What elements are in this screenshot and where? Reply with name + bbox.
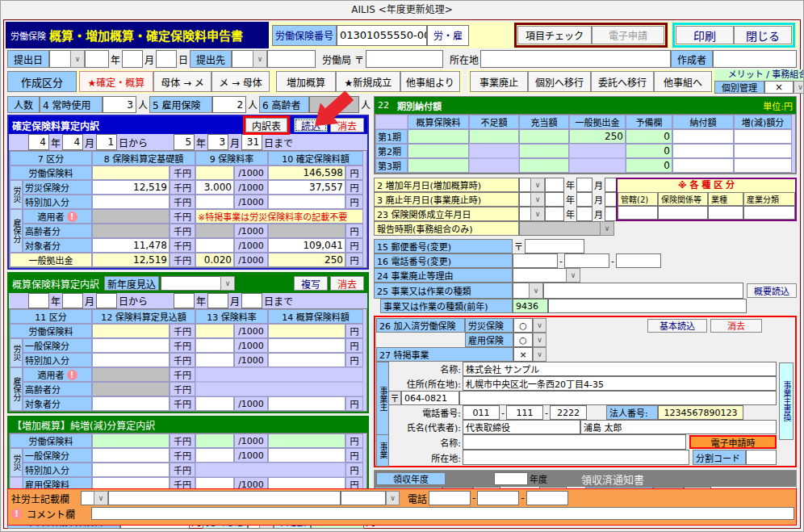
receipt-year-field[interactable] — [494, 472, 528, 485]
cell-field[interactable] — [408, 158, 469, 173]
dropdown-arrow-icon[interactable] — [386, 491, 400, 505]
employer-clear-button[interactable]: 消去 — [710, 319, 762, 333]
business-type-dropdown[interactable] — [513, 283, 543, 299]
koyou-dropdown[interactable] — [533, 333, 546, 347]
kubun-tajikumi-e-button[interactable]: 他事組へ — [654, 71, 712, 92]
cell-field[interactable] — [268, 448, 345, 463]
estimate-method-dropdown[interactable]: 前年と同額 — [161, 276, 235, 291]
dropdown-arrow-icon[interactable] — [530, 192, 545, 207]
owner-phone3[interactable]: 2222 — [550, 405, 587, 420]
uchiwake-detail-button[interactable]: 内訳表 — [245, 118, 287, 132]
owner-rep-title-field[interactable]: 代表取締役 — [463, 420, 580, 434]
special-listed-dropdown[interactable] — [533, 347, 546, 362]
cell-field[interactable] — [195, 396, 234, 411]
business-type-field[interactable] — [543, 283, 743, 299]
business-type-prev-code[interactable]: 9436 — [513, 299, 548, 313]
to-year-field[interactable]: 5 — [174, 134, 195, 150]
date-field[interactable] — [576, 192, 593, 207]
g-to-day-field[interactable] — [241, 293, 262, 308]
author-field[interactable] — [713, 50, 797, 68]
owner-phone2[interactable]: 111 — [506, 405, 543, 420]
increase-era-dropdown[interactable] — [519, 178, 545, 192]
dropdown-arrow-icon[interactable] — [220, 276, 235, 291]
cell-field[interactable] — [672, 144, 734, 158]
cell-field[interactable] — [672, 158, 734, 173]
kobetsu-kanri-value[interactable]: × — [764, 81, 794, 94]
from-day-field[interactable]: 1 — [96, 134, 117, 150]
cell-field[interactable] — [92, 338, 170, 353]
cell-field[interactable] — [92, 434, 170, 448]
g-from-month-field[interactable] — [62, 293, 83, 308]
date-field[interactable] — [545, 178, 564, 192]
cell-field[interactable] — [92, 324, 170, 338]
cell-field[interactable] — [734, 144, 792, 158]
cell-field[interactable]: 3.000 — [195, 180, 234, 195]
from-month-field[interactable]: 4 — [62, 134, 83, 150]
g-from-day-field[interactable] — [96, 293, 117, 308]
kubun-tajikumi-yori-button[interactable]: 他事組より — [400, 71, 460, 92]
dropdown-arrow-icon[interactable] — [533, 333, 546, 347]
comment-field[interactable] — [91, 507, 794, 520]
koyou-value[interactable]: ○ — [513, 333, 533, 347]
cell-field[interactable] — [195, 353, 234, 367]
kubun-zouka-button[interactable]: 増加概算 — [276, 71, 336, 92]
cell-field[interactable] — [92, 165, 170, 180]
cell-field[interactable]: 0 — [626, 158, 672, 173]
dropdown-arrow-icon[interactable] — [70, 50, 85, 68]
owner-rewrite-button[interactable]: 事業主書換 — [779, 362, 794, 440]
kakutei-clear-button[interactable]: 消去 — [330, 118, 364, 132]
business-type-prev-field[interactable] — [548, 299, 747, 313]
cell-field[interactable] — [195, 165, 234, 180]
print-button[interactable]: 印刷 — [676, 26, 734, 44]
bureau-postal-field[interactable] — [366, 50, 443, 68]
kakushu-field[interactable] — [743, 206, 795, 220]
kubun-shinki-button[interactable]: ★新規成立 — [336, 71, 400, 92]
kubun-botai-me-button[interactable]: 母体 → メ — [153, 71, 211, 92]
cell-field[interactable] — [268, 324, 345, 338]
dropdown-arrow-icon[interactable] — [529, 283, 543, 299]
g-to-year-field[interactable] — [174, 293, 195, 308]
basic-load-button[interactable]: 基本読込 — [647, 319, 707, 333]
special-listed-value[interactable]: × — [513, 347, 533, 362]
cell-field[interactable] — [519, 158, 569, 173]
sharoushi-code-field[interactable] — [341, 491, 386, 505]
g-to-month-field[interactable] — [207, 293, 228, 308]
cell-field[interactable] — [92, 353, 170, 367]
dropdown-arrow-icon[interactable] — [566, 268, 580, 283]
dropdown-arrow-icon[interactable] — [794, 81, 804, 94]
submit-year-field[interactable] — [85, 50, 109, 68]
cell-field[interactable] — [268, 353, 345, 367]
kubun-kobetsu-ikou-button[interactable]: 個別へ移行 — [528, 71, 591, 92]
cell-field[interactable] — [268, 195, 345, 209]
owner-postal-extra-field[interactable] — [459, 391, 777, 405]
cell-field[interactable]: 0 — [626, 129, 672, 144]
cell-field[interactable] — [408, 129, 469, 144]
kobetsu-kanri-dropdown[interactable] — [794, 81, 804, 94]
phone-field[interactable] — [513, 253, 558, 268]
dropdown-arrow-icon[interactable] — [530, 207, 545, 221]
from-year-field[interactable]: 4 — [28, 134, 49, 150]
rousai-value[interactable]: ○ — [513, 318, 533, 333]
cell-field[interactable] — [268, 396, 345, 411]
cell-field[interactable] — [469, 129, 519, 144]
cell-field[interactable] — [268, 338, 345, 353]
sharoushi-small-dropdown[interactable] — [386, 491, 400, 505]
cell-field[interactable] — [672, 129, 734, 144]
kakushu-field[interactable] — [708, 206, 743, 220]
owner-address-field[interactable]: 札幌市中央区北一条西20丁目4-35 — [463, 376, 777, 391]
phone-field[interactable] — [564, 253, 609, 268]
cell-field[interactable] — [195, 238, 234, 253]
insurance-number-field[interactable]: 01301055550-000 — [337, 25, 427, 46]
kubun-itaku-ikou-button[interactable]: 委託へ移行 — [591, 71, 654, 92]
dropdown-arrow-icon[interactable] — [253, 50, 267, 68]
sharoushi-tel3[interactable] — [526, 491, 568, 505]
owner-phone1[interactable]: 011 — [463, 405, 500, 420]
e-apply-time-button[interactable]: 電子申請時 — [689, 435, 777, 449]
cell-field[interactable]: 250 — [569, 129, 626, 144]
regular-workers-field[interactable]: 3 — [103, 96, 136, 113]
date-field[interactable] — [545, 207, 564, 221]
abolish-reason-dropdown[interactable] — [513, 268, 580, 283]
cell-field[interactable]: 146,598 — [268, 165, 345, 180]
submit-date-dropdown[interactable] — [49, 50, 85, 68]
cell-field[interactable]: 0.020 — [195, 253, 234, 267]
